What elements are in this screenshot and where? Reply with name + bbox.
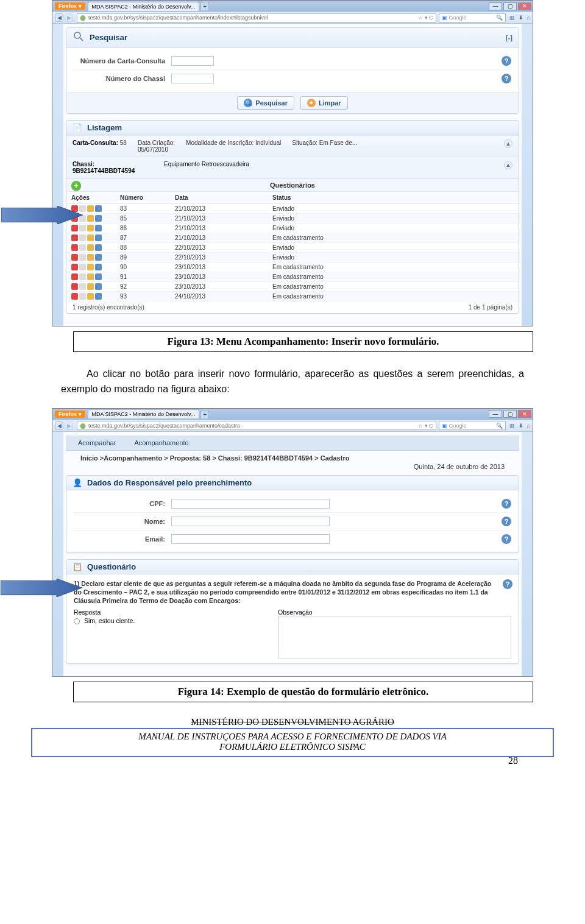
pdf-icon[interactable] bbox=[71, 293, 78, 300]
row-numero: 86 bbox=[115, 224, 170, 233]
new-tab-button[interactable]: + bbox=[200, 410, 209, 418]
help-icon[interactable]: ? bbox=[502, 499, 511, 509]
responsavel-title: Dados do Responsável pelo preenchimento bbox=[87, 478, 252, 487]
bookmark-icon[interactable]: ▥ bbox=[509, 15, 515, 21]
forward-button[interactable]: ▶ bbox=[65, 421, 73, 430]
edit-icon[interactable] bbox=[87, 215, 94, 222]
row-data: 23/10/2013 bbox=[170, 263, 268, 272]
carta-input[interactable] bbox=[171, 56, 214, 66]
pdf-icon[interactable] bbox=[71, 273, 78, 280]
add-questionnaire-button[interactable]: + bbox=[71, 181, 81, 191]
help-icon[interactable]: ? bbox=[502, 534, 511, 544]
bookmark-icon[interactable]: ▥ bbox=[509, 423, 515, 429]
pdf-icon[interactable] bbox=[71, 235, 78, 241]
info-icon[interactable] bbox=[95, 244, 102, 251]
questionnaires-table: Ações Número Data Status 8321/10/2013Env… bbox=[66, 192, 519, 302]
help-icon[interactable]: ? bbox=[502, 56, 511, 66]
edit-icon[interactable] bbox=[87, 205, 94, 212]
url-input[interactable]: ⬤ teste.mda.gov.br/sys/sispac2/questacom… bbox=[77, 13, 436, 23]
close-button[interactable]: ✕ bbox=[518, 2, 531, 10]
questionario-title: Questionário bbox=[87, 562, 136, 571]
back-button[interactable]: ◀ bbox=[55, 13, 63, 22]
doc-icon[interactable] bbox=[79, 293, 86, 300]
questionario-header: 📋 Questionário bbox=[66, 560, 519, 574]
help-icon[interactable]: ? bbox=[503, 579, 512, 589]
doc-icon[interactable] bbox=[79, 244, 86, 251]
close-button[interactable]: ✕ bbox=[518, 410, 531, 418]
info-icon[interactable] bbox=[95, 293, 102, 300]
new-tab-button[interactable]: + bbox=[200, 2, 209, 10]
observacao-textarea[interactable] bbox=[278, 616, 511, 658]
pdf-icon[interactable] bbox=[71, 264, 78, 270]
download-icon[interactable]: ⬇ bbox=[519, 15, 523, 21]
edit-icon[interactable] bbox=[87, 264, 94, 270]
info-icon[interactable] bbox=[95, 205, 102, 212]
clear-button[interactable]: ✦ Limpar bbox=[300, 96, 348, 110]
info-icon[interactable] bbox=[95, 225, 102, 231]
info-icon[interactable] bbox=[95, 215, 102, 222]
maximize-button[interactable]: ▢ bbox=[503, 2, 517, 10]
help-icon[interactable]: ? bbox=[502, 517, 511, 526]
nome-input[interactable] bbox=[171, 517, 330, 526]
doc-icon[interactable] bbox=[79, 283, 86, 290]
maximize-button[interactable]: ▢ bbox=[503, 410, 517, 418]
chassi-input[interactable] bbox=[171, 74, 214, 83]
info-icon[interactable] bbox=[95, 273, 102, 280]
collapse-toggle[interactable]: [-] bbox=[506, 34, 512, 41]
row-status: Em cadastramento bbox=[268, 263, 519, 272]
table-row: 9023/10/2013Em cadastramento bbox=[66, 263, 519, 272]
pdf-icon[interactable] bbox=[71, 244, 78, 251]
edit-icon[interactable] bbox=[87, 244, 94, 251]
help-icon[interactable]: ? bbox=[502, 74, 511, 83]
home-icon[interactable]: ⌂ bbox=[527, 423, 530, 429]
search-placeholder: Google bbox=[449, 423, 467, 429]
edit-icon[interactable] bbox=[87, 293, 94, 300]
col-numero: Número bbox=[115, 192, 170, 204]
search-button[interactable]: 🔍 Pesquisar bbox=[237, 96, 294, 110]
row-actions bbox=[71, 254, 110, 261]
forward-button[interactable]: ▶ bbox=[65, 13, 73, 22]
collapse-row-icon[interactable]: ▲ bbox=[504, 139, 512, 148]
radio-option[interactable]: Sim, estou ciente. bbox=[74, 617, 271, 624]
doc-icon[interactable] bbox=[79, 225, 86, 231]
email-input[interactable] bbox=[171, 534, 330, 544]
edit-icon[interactable] bbox=[87, 235, 94, 241]
search-input[interactable]: ▣ Google 🔍 bbox=[439, 13, 506, 23]
minimize-button[interactable]: — bbox=[489, 2, 502, 10]
edit-icon[interactable] bbox=[87, 283, 94, 290]
url-input[interactable]: ⬤ teste.mda.gov.br/sys/sispac2/questacom… bbox=[77, 421, 436, 430]
info-icon[interactable] bbox=[95, 254, 102, 261]
back-button[interactable]: ◀ bbox=[55, 421, 63, 430]
pdf-icon[interactable] bbox=[71, 254, 78, 261]
doc-icon[interactable] bbox=[79, 273, 86, 280]
nome-label: Nome: bbox=[74, 518, 171, 525]
row-actions bbox=[71, 244, 110, 251]
row-data: 22/10/2013 bbox=[170, 253, 268, 263]
download-icon[interactable]: ⬇ bbox=[519, 423, 523, 429]
row-data: 23/10/2013 bbox=[170, 272, 268, 282]
radio-icon[interactable] bbox=[74, 618, 80, 624]
doc-icon[interactable] bbox=[79, 254, 86, 261]
info-icon[interactable] bbox=[95, 283, 102, 290]
pdf-icon[interactable] bbox=[71, 225, 78, 231]
pdf-icon[interactable] bbox=[71, 283, 78, 290]
doc-icon[interactable] bbox=[79, 235, 86, 241]
firefox-badge: Firefox ▾ bbox=[55, 2, 85, 10]
row-numero: 87 bbox=[115, 233, 170, 243]
edit-icon[interactable] bbox=[87, 225, 94, 231]
menu-acompanhar[interactable]: Acompanhar bbox=[78, 439, 116, 446]
browser-tab[interactable]: MDA SISPAC2 - Ministério do Desenvolv... bbox=[88, 409, 200, 418]
info-icon[interactable] bbox=[95, 235, 102, 241]
edit-icon[interactable] bbox=[87, 254, 94, 261]
info-icon[interactable] bbox=[95, 264, 102, 270]
browser-tab[interactable]: MDA SISPAC2 - Ministério do Desenvolv... bbox=[88, 2, 200, 11]
search-input[interactable]: ▣ Google 🔍 bbox=[439, 421, 506, 430]
search-panel-title: Pesquisar bbox=[90, 33, 127, 42]
edit-icon[interactable] bbox=[87, 273, 94, 280]
minimize-button[interactable]: — bbox=[489, 410, 502, 418]
home-icon[interactable]: ⌂ bbox=[527, 15, 530, 21]
collapse-chassi-icon[interactable]: ▲ bbox=[504, 161, 512, 169]
menu-acompanhamento[interactable]: Acompanhamento bbox=[134, 439, 188, 446]
cpf-input[interactable] bbox=[171, 499, 330, 509]
doc-icon[interactable] bbox=[79, 264, 86, 270]
